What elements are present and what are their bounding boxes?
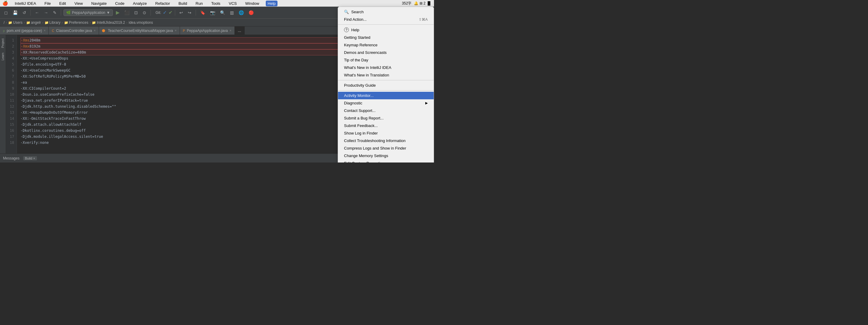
- breadcrumb-users[interactable]: 📁Users: [8, 21, 22, 25]
- menu-tip-label: Tip of the Day: [344, 58, 368, 62]
- menu-find-action-label: Find Action...: [344, 17, 367, 22]
- toolbar-sep-4: [175, 10, 175, 15]
- menubar-view[interactable]: View: [72, 1, 85, 6]
- line-number: 1: [8, 37, 14, 43]
- dropdown-icon: ▼: [106, 10, 110, 15]
- help-icon: ?: [344, 27, 349, 32]
- menu-contact-label: Contact Support...: [344, 108, 376, 113]
- toolbar-bookmark-icon[interactable]: 🔖: [198, 9, 207, 16]
- menubar-tools[interactable]: Tools: [210, 1, 222, 6]
- menu-submit-feedback[interactable]: Submit Feedback...: [338, 122, 434, 129]
- toolbar-window-icon[interactable]: ◻: [2, 9, 10, 16]
- menu-diagnostic[interactable]: Diagnostic ▶: [338, 99, 434, 107]
- menu-contact-support[interactable]: Contact Support...: [338, 107, 434, 115]
- tab-close-icon[interactable]: ×: [175, 29, 177, 32]
- menu-help[interactable]: ? Help: [338, 26, 434, 34]
- menu-getting-started-label: Getting Started: [344, 35, 370, 40]
- tab-pom[interactable]: p pom.xml (peppa-core) ×: [0, 27, 49, 35]
- toolbar-undo-icon[interactable]: ↩: [178, 9, 185, 16]
- toolbar-terminal-icon[interactable]: ▥: [228, 9, 236, 16]
- breadcrumb-sep-1: ›: [6, 21, 7, 25]
- menu-getting-started[interactable]: Getting Started: [338, 34, 434, 41]
- toolbar-profile-icon[interactable]: ⊙: [141, 9, 148, 16]
- toolbar-extra-icon[interactable]: 🔴: [247, 9, 255, 16]
- toolbar-translate-icon[interactable]: 🌐: [237, 9, 246, 16]
- apple-logo-icon[interactable]: 🍎: [2, 1, 8, 6]
- toolbar-debug-icon[interactable]: ⬛: [123, 9, 131, 16]
- menubar-build[interactable]: Build: [177, 1, 189, 6]
- project-name: PeppaApiApplication: [72, 10, 105, 15]
- toolbar-back-icon[interactable]: ←: [33, 9, 41, 16]
- toolbar-edit-icon[interactable]: ✎: [51, 9, 58, 16]
- code-flag-2: -Xmx: [21, 43, 30, 50]
- sidebar-learn-tab[interactable]: Learn: [1, 52, 5, 62]
- menu-whats-new-trans[interactable]: What's New in Translation: [338, 71, 434, 79]
- menu-keymap-ref[interactable]: Keymap Reference: [338, 41, 434, 49]
- java-icon: [102, 29, 105, 32]
- toolbar-run-icon[interactable]: ▶: [114, 8, 121, 17]
- toolbar-sync-icon[interactable]: ↺: [21, 9, 28, 16]
- toolbar-redo-icon[interactable]: ↪: [186, 9, 193, 16]
- menu-edit-custom-props[interactable]: Edit Custom Properties...: [338, 160, 434, 162]
- toolbar-sep-2: [61, 10, 61, 15]
- toolbar-coverage-icon[interactable]: ⊡: [132, 9, 140, 16]
- menu-collect-troubleshoot[interactable]: Collect Troubleshooting Information: [338, 137, 434, 144]
- menu-sep-3: [338, 90, 434, 91]
- toolbar-search-icon[interactable]: 🔍: [218, 9, 227, 16]
- menubar-vcs[interactable]: VCS: [227, 1, 239, 6]
- breadcrumb-angelr[interactable]: 📁angelr: [26, 21, 41, 25]
- menubar-file[interactable]: File: [43, 1, 53, 6]
- tab-classes[interactable]: C ClassesController.java ×: [49, 27, 99, 35]
- menu-find-action[interactable]: Find Action... ⇧⌘A: [338, 15, 434, 23]
- menu-activity-monitor[interactable]: Activity Monitor...: [338, 92, 434, 99]
- java-icon: C: [52, 29, 54, 32]
- menubar-edit[interactable]: Edit: [58, 1, 68, 6]
- menubar-intellij[interactable]: IntelliJ IDEA: [13, 1, 38, 6]
- breadcrumb-vmoptions[interactable]: idea.vmoptions: [129, 21, 153, 25]
- menu-change-memory[interactable]: Change Memory Settings: [338, 152, 434, 160]
- sidebar-project-tab[interactable]: Project: [1, 37, 5, 49]
- menu-productivity[interactable]: Productivity Guide: [338, 82, 434, 89]
- menubar-help[interactable]: Help: [266, 1, 278, 6]
- menu-show-log[interactable]: Show Log in Finder: [338, 129, 434, 137]
- menu-submit-bug[interactable]: Submit a Bug Report...: [338, 115, 434, 122]
- menubar-navigate[interactable]: Navigate: [89, 1, 108, 6]
- toolbar-save-icon[interactable]: 💾: [11, 9, 20, 16]
- tab-close-icon[interactable]: ×: [94, 29, 96, 32]
- project-selector[interactable]: 🌿 PeppaApiApplication ▼: [63, 9, 113, 16]
- tab-peppa[interactable]: P PeppaApiApplication.java ×: [180, 27, 235, 35]
- line-number: 9: [8, 86, 14, 92]
- breadcrumb-preferences[interactable]: 📁Preferences: [64, 21, 89, 25]
- breadcrumb-sep-4: ›: [62, 21, 63, 25]
- menu-log-label: Show Log in Finder: [344, 131, 378, 135]
- messages-tab[interactable]: Messages: [3, 156, 20, 160]
- menubar-run[interactable]: Run: [194, 1, 205, 6]
- line-number: 3: [8, 50, 14, 55]
- menu-productivity-label: Productivity Guide: [344, 83, 376, 88]
- menu-whats-new[interactable]: What's New in IntelliJ IDEA: [338, 64, 434, 71]
- tab-close-icon[interactable]: ×: [230, 29, 231, 32]
- menu-compress-logs[interactable]: Compress Logs and Show in Finder: [338, 144, 434, 152]
- breadcrumb-library[interactable]: 📁Library: [44, 21, 61, 25]
- toolbar-forward-icon[interactable]: →: [42, 9, 50, 16]
- menubar-analyze[interactable]: Analyze: [131, 1, 149, 6]
- breadcrumb-root[interactable]: /: [4, 21, 4, 25]
- toolbar-camera-icon[interactable]: 📷: [208, 9, 217, 16]
- left-sidebar: Project Learn: [0, 35, 6, 154]
- tab-teacher[interactable]: TeacherCourseEntityManualMapper.java ×: [99, 27, 180, 35]
- git-tick-icon[interactable]: ✔: [168, 10, 173, 15]
- menu-help-label: Help: [351, 28, 359, 32]
- tab-idea[interactable]: …: [235, 27, 245, 35]
- menu-tip[interactable]: Tip of the Day: [338, 56, 434, 64]
- git-checkmark-icon[interactable]: ✓: [163, 10, 167, 15]
- build-close-icon[interactable]: ×: [33, 157, 35, 160]
- menubar-code[interactable]: Code: [113, 1, 126, 6]
- menu-search[interactable]: 🔍 Search: [338, 8, 434, 15]
- menubar-window[interactable]: Window: [244, 1, 261, 6]
- menubar: 🍎 IntelliJ IDEA File Edit View Navigate …: [0, 0, 434, 7]
- build-badge[interactable]: Build ×: [23, 156, 37, 160]
- menu-demos[interactable]: Demos and Screencasts: [338, 49, 434, 56]
- breadcrumb-intellij-idea[interactable]: 📁IntelliJIdea2019.2: [92, 21, 125, 25]
- tab-close-icon[interactable]: ×: [44, 29, 46, 32]
- menubar-refactor[interactable]: Refactor: [154, 1, 172, 6]
